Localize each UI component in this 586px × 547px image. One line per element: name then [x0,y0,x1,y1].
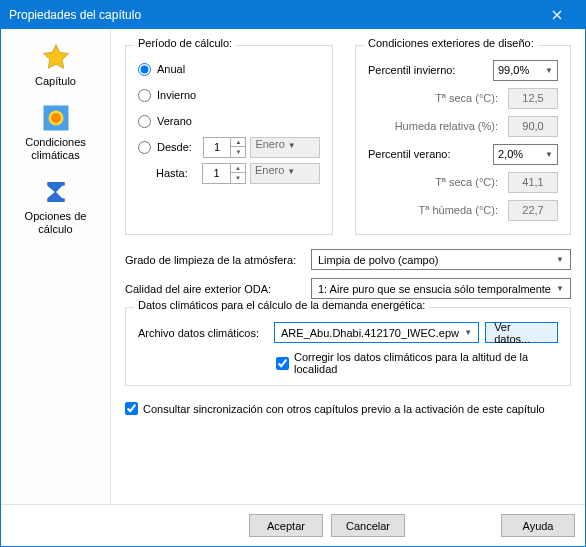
sidebar-label: Opciones de cálculo [25,210,87,236]
sync-checkbox[interactable]: Consultar sincronización con otros capít… [125,402,571,415]
periodo-group: Período de cálculo: Anual Invierno Veran… [125,45,333,235]
spin-up-icon[interactable]: ▲ [230,137,245,147]
sidebar: Capítulo Condiciones climáticas Opciones… [1,29,111,504]
sun-icon [40,102,72,134]
star-icon [40,41,72,73]
group-legend: Período de cálculo: [134,37,236,49]
thum-value: 22,7 [508,200,558,221]
group-legend: Datos climáticos para el cálculo de la d… [134,299,429,311]
chevron-down-icon: ▼ [288,141,296,150]
sidebar-label: Condiciones climáticas [25,136,86,162]
radio-invierno[interactable]: Invierno [138,82,320,108]
sidebar-item-opciones[interactable]: Opciones de cálculo [1,170,110,244]
button-bar: Aceptar Cancelar Ayuda [1,504,585,546]
spin-down-icon[interactable]: ▼ [230,147,245,157]
oda-select[interactable]: 1: Aire puro que se ensucia sólo tempora… [311,278,571,299]
cancelar-button[interactable]: Cancelar [331,514,405,537]
ayuda-button[interactable]: Ayuda [501,514,575,537]
aceptar-button[interactable]: Aceptar [249,514,323,537]
sidebar-label: Capítulo [35,75,76,88]
percentil-verano-select[interactable]: 2,0%▼ [493,144,558,165]
chevron-down-icon: ▼ [287,167,295,176]
sidebar-item-capitulo[interactable]: Capítulo [1,35,110,96]
sigma-icon [40,176,72,208]
oda-label: Calidad del aire exterior ODA: [125,283,311,295]
close-button[interactable] [537,1,577,29]
chevron-down-icon: ▼ [556,255,564,264]
ver-datos-button[interactable]: Ver datos... [485,322,558,343]
percentil-invierno-select[interactable]: 99,0%▼ [493,60,558,81]
sidebar-item-condiciones[interactable]: Condiciones climáticas [1,96,110,170]
tseca-inv-value: 12,5 [508,88,558,109]
window-title: Propiedades del capítulo [9,8,537,22]
condiciones-group: Condiciones exteriores de diseño: Percen… [355,45,571,235]
spin-up-icon[interactable]: ▲ [230,163,245,173]
corregir-checkbox[interactable]: Corregir los datos climáticos para la al… [276,351,558,375]
desde-month-select[interactable]: Enero▼ [250,137,320,158]
atm-label: Grado de limpieza de la atmósfera: [125,254,311,266]
spin-down-icon[interactable]: ▼ [230,173,245,183]
humedad-value: 90,0 [508,116,558,137]
demanda-group: Datos climáticos para el cálculo de la d… [125,307,571,386]
file-label: Archivo datos climáticos: [138,327,274,339]
tseca-ver-value: 41,1 [508,172,558,193]
hasta-month-select[interactable]: Enero▼ [250,163,320,184]
svg-point-2 [51,113,61,123]
chevron-down-icon: ▼ [545,66,553,75]
chevron-down-icon: ▼ [545,150,553,159]
content-panel: Período de cálculo: Anual Invierno Veran… [111,29,585,504]
chevron-down-icon: ▼ [556,284,564,293]
radio-anual[interactable]: Anual [138,56,320,82]
climate-file-select[interactable]: ARE_Abu.Dhabi.412170_IWEC.epw▼ [274,322,479,343]
hasta-day-stepper[interactable]: 1 ▲▼ [202,163,246,184]
group-legend: Condiciones exteriores de diseño: [364,37,538,49]
atm-select[interactable]: Limpia de polvo (campo)▼ [311,249,571,270]
title-bar: Propiedades del capítulo [1,1,585,29]
desde-day-stepper[interactable]: 1 ▲▼ [203,137,247,158]
radio-verano[interactable]: Verano [138,108,320,134]
radio-desde[interactable] [138,141,151,154]
chevron-down-icon: ▼ [464,328,472,337]
